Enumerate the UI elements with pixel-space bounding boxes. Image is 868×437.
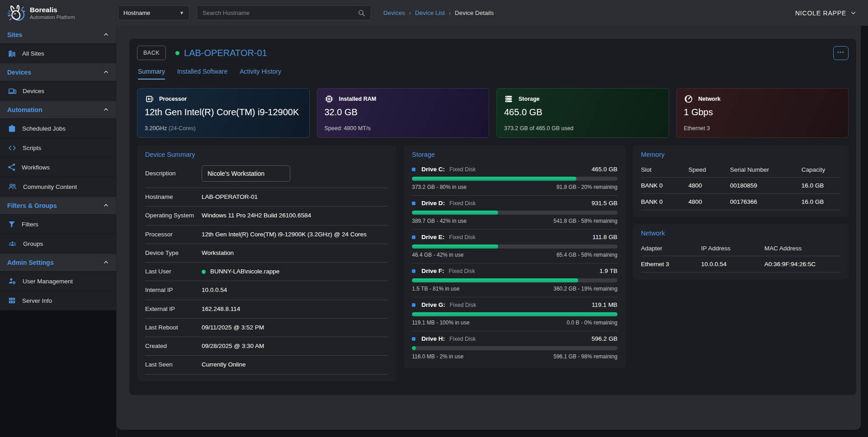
row-label: Description	[145, 169, 202, 178]
drive-row-g: Drive G: Fixed Disk 119.1 MB 119.1 MB - …	[412, 297, 617, 331]
section-label: Sites	[7, 31, 22, 38]
chevron-up-icon	[103, 259, 109, 265]
brand-tagline: Automation Platform	[30, 14, 75, 20]
section-label: Filters & Groups	[7, 202, 57, 209]
sidebar-item-devices[interactable]: Devices	[0, 81, 116, 101]
description-input[interactable]	[202, 165, 290, 182]
card-value: 1 Gbps	[684, 107, 841, 117]
breadcrumb-device-list[interactable]: Device List	[415, 9, 445, 16]
user-menu[interactable]: NICOLE RAPPE	[795, 9, 856, 17]
cpu-icon	[145, 94, 154, 103]
share-icon	[8, 163, 16, 171]
ram-icon	[325, 94, 334, 103]
card-footer: 373.2 GB of 465.0 GB used	[504, 125, 661, 132]
breadcrumb-device-details: Device Details	[455, 9, 494, 16]
summary-row-internal-ip: Internal IP 10.0.0.54	[145, 281, 388, 300]
card-value: 12th Gen Intel(R) Core(TM) i9-12900K	[145, 107, 302, 117]
drive-row-d: Drive D: Fixed Disk 931.5 GB 389.7 GB - …	[412, 196, 617, 230]
top-bar: Borealis Automation Platform Hostname ▼ …	[0, 0, 868, 26]
sidebar-item-label: Scheduled Jobs	[22, 125, 66, 132]
device-title: LAB-OPERATOR-01	[184, 48, 267, 58]
spec-cards: Processor 12th Gen Intel(R) Core(TM) i9-…	[137, 88, 849, 138]
app-logo[interactable]: Borealis Automation Platform	[0, 3, 118, 23]
search-filter-dropdown[interactable]: Hostname ▼	[118, 5, 189, 20]
card-label: Network	[698, 96, 721, 102]
tab-activity-history[interactable]: Activity History	[240, 68, 281, 80]
sidebar-section-admin-settings[interactable]: Admin Settings	[0, 254, 116, 272]
panel-title: Memory	[641, 151, 840, 158]
sidebar-item-filters[interactable]: Filters	[0, 215, 116, 234]
user-name: NICOLE RAPPE	[795, 9, 846, 17]
sidebar-item-label: Devices	[23, 88, 44, 94]
user-gear-icon	[8, 277, 17, 285]
section-label: Admin Settings	[7, 259, 54, 266]
sidebar-item-label: Community Content	[23, 183, 77, 190]
breadcrumb-separator: ›	[449, 10, 451, 16]
sidebar-item-server-info[interactable]: Server Info	[0, 291, 116, 310]
search-icon[interactable]	[358, 9, 365, 17]
tab-installed-software[interactable]: Installed Software	[177, 68, 227, 80]
sidebar-section-devices[interactable]: Devices	[0, 63, 116, 81]
sidebar-item-label: Filters	[22, 221, 38, 228]
sidebar-item-scripts[interactable]: Scripts	[0, 138, 116, 158]
sidebar-section-sites[interactable]: Sites	[0, 26, 116, 44]
storage-card: Storage 465.0 GB 373.2 GB of 465.0 GB us…	[496, 88, 669, 138]
card-label: Processor	[159, 96, 187, 102]
panel-title: Device Summary	[145, 151, 388, 158]
sidebar-item-groups[interactable]: Groups	[0, 234, 116, 254]
drive-usage-bar	[412, 211, 617, 215]
drive-bullet-icon	[412, 269, 415, 273]
sidebar-item-community-content[interactable]: Community Content	[0, 177, 116, 197]
summary-row-description: Description	[145, 164, 388, 188]
chevron-down-icon: ▼	[179, 10, 184, 15]
drive-bullet-icon	[412, 303, 415, 307]
summary-row-last-reboot: Last Reboot 09/11/2025 @ 3:52 PM	[145, 319, 388, 337]
brand-name: Borealis	[30, 6, 75, 14]
online-status-dot	[175, 51, 179, 55]
summary-row-last-user: Last User BUNNY-LAB\nicole.rappe	[145, 263, 388, 281]
drive-usage-bar	[412, 346, 617, 350]
panel-title: Storage	[412, 151, 617, 158]
card-footer: Ethernet 3	[684, 125, 841, 132]
card-value: 32.0 GB	[325, 107, 482, 117]
drive-row-e: Drive E: Fixed Disk 111.8 GB 46.4 GB - 4…	[412, 230, 617, 263]
chevron-up-icon	[103, 32, 109, 38]
summary-row-device-type: Device Type Workstation	[145, 244, 388, 263]
tab-summary[interactable]: Summary	[138, 68, 165, 80]
sidebar-section-automation[interactable]: Automation	[0, 101, 116, 119]
search-filter-value: Hostname	[123, 9, 150, 16]
briefcase-icon	[8, 124, 16, 133]
sidebar: Sites All Sites Devices Devices Automati…	[0, 26, 117, 437]
card-footer: 3.20GHz (24-Cores)	[145, 125, 302, 132]
memory-row: BANK 0 4800 00176366 16.0 GB	[641, 194, 840, 210]
breadcrumb-separator: ›	[409, 10, 411, 16]
drive-list: Drive C: Fixed Disk 465.0 GB 373.2 GB - …	[412, 162, 617, 362]
breadcrumb: Devices › Device List › Device Details	[383, 9, 494, 16]
breadcrumb-devices[interactable]: Devices	[383, 9, 405, 16]
card-label: Installed RAM	[339, 96, 377, 102]
more-actions-button[interactable]: •••	[833, 46, 849, 60]
sidebar-item-workflows[interactable]: Workflows	[0, 158, 116, 177]
filter-icon	[8, 220, 16, 228]
chevron-up-icon	[103, 107, 109, 113]
summary-row-hostname: Hostname LAB-OPERATOR-01	[145, 188, 388, 207]
processor-card: Processor 12th Gen Intel(R) Core(TM) i9-…	[137, 88, 310, 138]
section-label: Devices	[7, 69, 31, 76]
chevron-up-icon	[103, 202, 109, 208]
chevron-down-icon	[850, 10, 856, 16]
card-value: 465.0 GB	[504, 107, 661, 117]
server-icon	[8, 296, 16, 305]
drive-usage-bar	[412, 312, 617, 316]
network-card: Network 1 Gbps Ethernet 3	[676, 88, 849, 138]
back-button[interactable]: BACK	[137, 46, 166, 60]
sidebar-item-user-management[interactable]: User Management	[0, 272, 116, 291]
sidebar-section-filters-groups[interactable]: Filters & Groups	[0, 197, 116, 215]
sidebar-item-label: Server Info	[22, 297, 52, 304]
search-input[interactable]	[203, 9, 358, 16]
sidebar-item-all-sites[interactable]: All Sites	[0, 44, 116, 63]
drive-usage-bar	[412, 278, 617, 282]
sidebar-item-scheduled-jobs[interactable]: Scheduled Jobs	[0, 119, 116, 138]
network-row: Ethernet 3 10.0.0.54 A0:36:9F:94:26:5C	[641, 256, 840, 273]
summary-row-external-ip: External IP 162.248.8.114	[145, 300, 388, 319]
drive-usage-bar	[412, 244, 617, 249]
